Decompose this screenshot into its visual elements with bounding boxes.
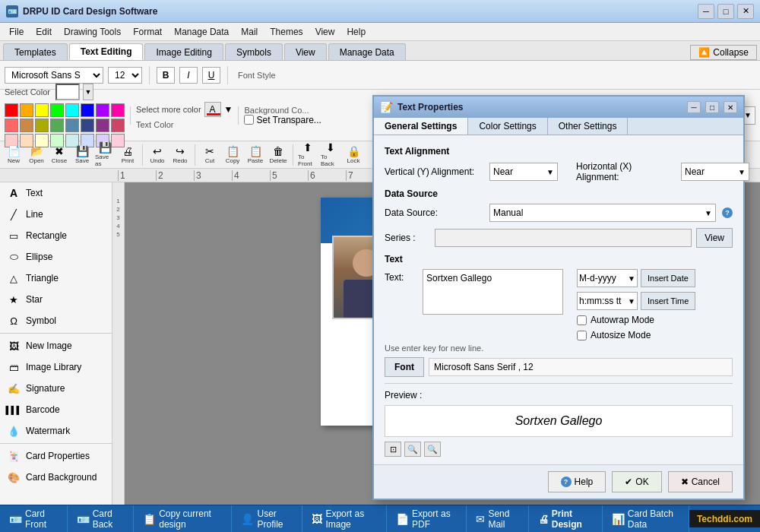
- tool-line[interactable]: ╱ Line: [0, 204, 112, 225]
- time-format-dropdown[interactable]: h:mm:ss tt ▼: [577, 292, 638, 310]
- user-profile-button[interactable]: 👤 User Profile: [232, 505, 302, 532]
- tool-signature[interactable]: ✍ Signature: [0, 378, 112, 399]
- save-button[interactable]: 💾Save: [71, 144, 93, 166]
- autowrap-mode-checkbox[interactable]: [577, 315, 587, 325]
- more-colors-label[interactable]: Select more color: [136, 105, 201, 114]
- undo-button[interactable]: ↩Undo: [147, 144, 168, 166]
- menu-edit[interactable]: Edit: [30, 25, 58, 39]
- collapse-button[interactable]: 🔼 Collapse: [690, 45, 757, 60]
- text-input[interactable]: Sortxen Gallego: [423, 269, 563, 315]
- open-button[interactable]: 📂Open: [26, 144, 47, 166]
- color-swatch[interactable]: [5, 119, 18, 132]
- color-swatch[interactable]: [81, 119, 94, 132]
- tab-view[interactable]: View: [284, 43, 327, 60]
- tool-star[interactable]: ★ Star: [0, 289, 112, 310]
- tab-general-settings[interactable]: General Settings: [374, 118, 468, 135]
- minimize-button[interactable]: ─: [698, 4, 714, 19]
- cut-button[interactable]: ✂Cut: [199, 144, 220, 166]
- lock-button[interactable]: 🔒Lock: [343, 144, 364, 166]
- send-mail-button[interactable]: ✉ Send Mail: [467, 505, 528, 532]
- set-transparent-checkbox[interactable]: [244, 115, 254, 125]
- to-front-button[interactable]: ⬆To Front: [297, 144, 318, 166]
- bold-button[interactable]: B: [157, 67, 175, 84]
- copy-button[interactable]: 📋Copy: [222, 144, 243, 166]
- card-front-button[interactable]: 🪪 Card Front: [0, 505, 68, 532]
- menu-mail[interactable]: Mail: [235, 25, 264, 39]
- font-size-select[interactable]: 12: [108, 67, 142, 84]
- color-swatch[interactable]: [65, 103, 79, 117]
- print-design-button[interactable]: 🖨 Print Design: [529, 505, 603, 532]
- color-swatch[interactable]: [20, 119, 33, 132]
- tool-card-background[interactable]: 🎨 Card Background: [0, 467, 112, 488]
- color-dropdown-button[interactable]: ▼: [83, 84, 93, 100]
- color-swatch[interactable]: [81, 103, 94, 117]
- tool-triangle[interactable]: △ Triangle: [0, 268, 112, 289]
- menu-themes[interactable]: Themes: [264, 25, 309, 39]
- color-swatch[interactable]: [5, 103, 18, 117]
- series-input[interactable]: [435, 229, 692, 247]
- export-pdf-button[interactable]: 📄 Export as PDF: [387, 505, 467, 532]
- dialog-minimize-button[interactable]: ─: [687, 101, 701, 113]
- color-swatch[interactable]: [111, 119, 125, 132]
- date-format-dropdown[interactable]: M-d-yyyy ▼: [577, 269, 638, 287]
- redo-button[interactable]: ↪Redo: [169, 144, 191, 166]
- export-image-button[interactable]: 🖼 Export as Image: [302, 505, 387, 532]
- tool-watermark[interactable]: 💧 Watermark: [0, 420, 112, 442]
- tool-image-library[interactable]: 🗃 Image Library: [0, 356, 112, 378]
- tab-text-editing[interactable]: Text Editing: [69, 43, 144, 60]
- horizontal-alignment-dropdown[interactable]: Near ▼: [681, 163, 749, 181]
- color-swatch[interactable]: [65, 119, 79, 132]
- tool-symbol[interactable]: Ω Symbol: [0, 310, 112, 331]
- color-swatch[interactable]: [96, 119, 109, 132]
- color-swatch[interactable]: [20, 103, 33, 117]
- color-swatch[interactable]: [35, 103, 49, 117]
- to-back-button[interactable]: ⬇To Back: [320, 144, 341, 166]
- close-doc-button[interactable]: ✖Close: [49, 144, 70, 166]
- cancel-button[interactable]: ✖ Cancel: [668, 471, 733, 492]
- zoom-fit-button[interactable]: ⊡: [385, 442, 401, 457]
- insert-time-button[interactable]: Insert Time: [641, 292, 695, 310]
- vertical-alignment-dropdown[interactable]: Near ▼: [489, 163, 558, 181]
- delete-button[interactable]: 🗑Delete: [268, 144, 289, 166]
- insert-date-button[interactable]: Insert Date: [641, 269, 695, 287]
- tab-other-settings[interactable]: Other Settings: [548, 118, 629, 135]
- menu-view[interactable]: View: [309, 25, 341, 39]
- color-swatch[interactable]: [96, 103, 109, 117]
- card-back-button[interactable]: 🪪 Card Back: [68, 505, 135, 532]
- font-button[interactable]: Font: [385, 357, 424, 377]
- tab-image-editing[interactable]: Image Editing: [144, 43, 223, 60]
- close-button[interactable]: ✕: [737, 4, 754, 19]
- tool-text[interactable]: A Text: [0, 182, 112, 204]
- data-source-dropdown[interactable]: Manual ▼: [489, 204, 716, 222]
- color-swatch[interactable]: [50, 103, 64, 117]
- italic-button[interactable]: I: [179, 67, 198, 84]
- color-swatch[interactable]: [111, 103, 125, 117]
- autosize-mode-checkbox[interactable]: [577, 331, 587, 340]
- zoom-in-button[interactable]: 🔍: [424, 442, 441, 457]
- menu-file[interactable]: File: [3, 25, 30, 39]
- menu-manage-data[interactable]: Manage Data: [168, 25, 235, 39]
- tool-new-image[interactable]: 🖼 New Image: [0, 335, 112, 356]
- underline-button[interactable]: U: [202, 67, 220, 84]
- maximize-button[interactable]: □: [717, 4, 734, 19]
- print-button[interactable]: 🖨Print: [117, 144, 138, 166]
- color-swatch[interactable]: [50, 119, 64, 132]
- menu-drawing-tools[interactable]: Drawing Tools: [58, 25, 127, 39]
- ok-button[interactable]: ✔ OK: [612, 471, 661, 492]
- dialog-close-button[interactable]: ✕: [724, 101, 737, 113]
- copy-design-button[interactable]: 📋 Copy current design: [134, 505, 232, 532]
- text-properties-dialog[interactable]: 📝 Text Properties ─ □ ✕ General Settings…: [372, 95, 745, 500]
- tool-barcode[interactable]: ▌▌▌ Barcode: [0, 399, 112, 420]
- color-preview[interactable]: [55, 84, 80, 100]
- help-button[interactable]: ? Help: [548, 471, 606, 492]
- font-name-select[interactable]: Microsoft Sans S: [5, 67, 103, 84]
- menu-format[interactable]: Format: [127, 25, 168, 39]
- paste-button[interactable]: 📋Paste: [245, 144, 266, 166]
- tab-manage-data[interactable]: Manage Data: [328, 43, 406, 60]
- color-swatch[interactable]: [35, 119, 49, 132]
- save-as-button[interactable]: 💾Save as: [94, 144, 116, 166]
- menu-help[interactable]: Help: [340, 25, 372, 39]
- tab-templates[interactable]: Templates: [3, 43, 68, 60]
- dialog-maximize-button[interactable]: □: [705, 101, 719, 113]
- view-button[interactable]: View: [696, 228, 733, 248]
